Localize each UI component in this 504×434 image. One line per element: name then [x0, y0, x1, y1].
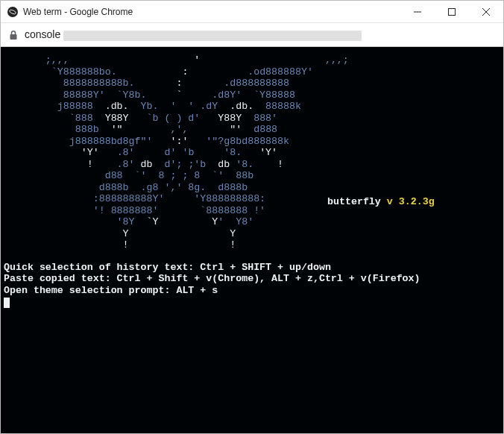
window-controls — [400, 1, 503, 22]
version-number: 3.2.3g — [399, 196, 435, 207]
help-line: Paste copied text: Ctrl + Shift + v(Chro… — [4, 273, 500, 285]
svg-rect-3 — [449, 8, 456, 15]
terminal-cursor — [4, 298, 10, 308]
maximize-icon — [448, 8, 456, 16]
close-icon — [482, 8, 490, 16]
url-host: console — [25, 28, 60, 40]
help-line: Quick selection of history text: Ctrl + … — [4, 262, 500, 274]
ascii-art: ;,,, ' ,,,; `Y888888bo. : .od888888Y' 88… — [4, 54, 500, 251]
svg-point-0 — [7, 7, 18, 17]
maximize-button[interactable] — [435, 1, 469, 22]
help-line: Open theme selection prompt: ALT + s — [4, 285, 500, 297]
app-name: butterfly — [327, 196, 381, 207]
url-redacted — [63, 31, 362, 41]
url-text: console — [25, 28, 362, 40]
minimize-icon — [414, 8, 421, 16]
app-branding: butterfly v 3.2.3g — [327, 196, 435, 208]
help-text: Quick selection of history text: Ctrl + … — [4, 262, 500, 297]
app-favicon — [7, 6, 19, 18]
window-title: Web term - Google Chrome — [23, 7, 400, 17]
close-button[interactable] — [469, 1, 503, 22]
svg-rect-6 — [10, 34, 17, 40]
terminal-viewport[interactable]: ;,,, ' ,,,; `Y888888bo. : .od888888Y' 88… — [1, 47, 503, 433]
address-bar[interactable]: console — [1, 23, 503, 47]
lock-icon — [8, 30, 19, 40]
version-prefix: v — [387, 196, 393, 207]
minimize-button[interactable] — [400, 1, 435, 22]
browser-window: Web term - Google Chrome console ;,,, ' — [0, 0, 504, 434]
titlebar: Web term - Google Chrome — [1, 1, 503, 23]
